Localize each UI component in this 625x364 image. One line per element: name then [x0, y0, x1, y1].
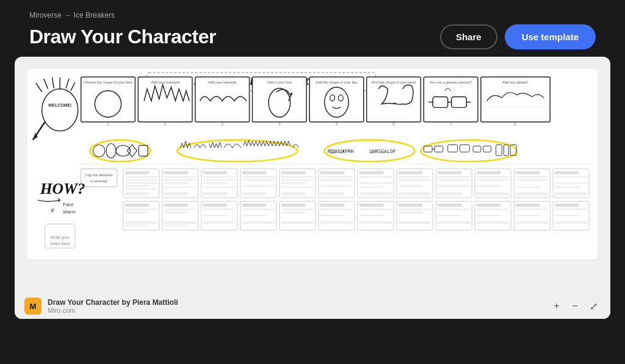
svg-text:Warm: Warm [63, 209, 76, 215]
svg-rect-204 [477, 209, 509, 210]
svg-rect-184 [320, 209, 353, 210]
svg-rect-181 [281, 221, 314, 224]
header-actions: Share Use template [440, 24, 596, 49]
svg-rect-118 [320, 192, 344, 195]
svg-rect-165 [164, 221, 197, 224]
svg-rect-196 [399, 221, 431, 224]
svg-rect-206 [477, 221, 509, 224]
zoom-controls: + − ⤢ [549, 299, 601, 313]
svg-rect-107 [281, 171, 305, 174]
svg-rect-90 [164, 182, 188, 184]
svg-rect-171 [203, 221, 236, 224]
svg-rect-136 [438, 192, 461, 195]
svg-text:Add any details!: Add any details! [502, 80, 528, 84]
svg-rect-208 [516, 204, 540, 207]
svg-rect-152 [555, 182, 587, 184]
svg-rect-150 [555, 171, 579, 174]
svg-text:Copy this afterwards: Copy this afterwards [85, 174, 113, 177]
svg-text:ЦWRSGALOP: ЦWRSGALOP [370, 149, 396, 154]
svg-rect-94 [203, 171, 227, 174]
svg-rect-214 [555, 209, 587, 210]
svg-text:WELCOME!: WELCOME! [48, 103, 71, 107]
breadcrumb-separator: → [64, 11, 71, 20]
zoom-plus-button[interactable]: + [549, 299, 564, 313]
fullscreen-button[interactable]: ⤢ [586, 299, 601, 313]
svg-rect-160 [125, 225, 149, 227]
svg-rect-173 [242, 204, 266, 207]
use-template-button[interactable]: Use template [505, 24, 596, 49]
svg-rect-127 [399, 176, 431, 178]
svg-rect-120 [359, 171, 383, 174]
svg-rect-174 [242, 209, 275, 210]
svg-rect-111 [281, 186, 314, 188]
svg-rect-213 [555, 204, 579, 207]
svg-rect-122 [359, 182, 392, 184]
svg-text:6: 6 [392, 122, 395, 126]
svg-rect-205 [477, 215, 500, 216]
svg-rect-126 [399, 171, 422, 174]
svg-text:Write your: Write your [51, 235, 70, 240]
svg-text:Find the shape of your nose: Find the shape of your nose [371, 80, 416, 84]
svg-rect-215 [555, 215, 579, 216]
breadcrumb-parent[interactable]: Miroverse [29, 11, 62, 20]
svg-text:Are you a glasses person?: Are you a glasses person? [429, 80, 473, 84]
svg-text:Add the shape of your lips: Add the shape of your lips [315, 80, 357, 84]
canvas-footer: M Draw Your Character by Piera Mattioli … [15, 293, 610, 319]
svg-rect-180 [281, 212, 305, 213]
svg-rect-124 [359, 192, 392, 195]
svg-rect-85 [125, 192, 149, 195]
svg-rect-189 [359, 209, 392, 210]
svg-text:8: 8 [514, 122, 516, 126]
breadcrumb-current[interactable]: Ice Breakers [74, 11, 115, 20]
svg-rect-193 [399, 204, 422, 207]
svg-rect-79 [125, 171, 149, 174]
svg-rect-183 [320, 204, 344, 207]
svg-rect-114 [320, 171, 344, 174]
svg-rect-82 [125, 182, 157, 184]
svg-rect-198 [438, 204, 461, 207]
svg-rect-96 [203, 179, 236, 181]
svg-text:7: 7 [450, 122, 452, 126]
svg-text:5: 5 [335, 122, 338, 126]
svg-rect-185 [320, 215, 344, 216]
zoom-minus-button[interactable]: − [568, 299, 582, 313]
footer-text: Draw Your Character by Piera Mattioli Mi… [48, 298, 178, 314]
svg-rect-87 [164, 171, 188, 174]
svg-rect-169 [203, 209, 236, 210]
svg-rect-91 [164, 186, 197, 188]
svg-rect-112 [281, 192, 305, 195]
svg-rect-133 [438, 176, 470, 178]
svg-rect-81 [125, 179, 157, 181]
svg-rect-108 [281, 176, 314, 178]
svg-rect-159 [125, 221, 157, 224]
svg-rect-97 [203, 182, 227, 184]
svg-rect-132 [438, 171, 461, 174]
page-title: Draw Your Character [29, 26, 216, 48]
svg-rect-178 [281, 204, 305, 207]
svg-rect-170 [203, 215, 227, 216]
svg-rect-195 [399, 212, 422, 213]
svg-text:МДШОЦЖРМН: МДШОЦЖРМН [328, 149, 354, 154]
svg-rect-190 [359, 215, 383, 216]
svg-rect-175 [242, 215, 266, 216]
svg-rect-201 [438, 221, 470, 224]
svg-rect-188 [359, 204, 383, 207]
svg-rect-121 [359, 176, 392, 178]
svg-rect-88 [164, 176, 197, 178]
share-button[interactable]: Share [440, 24, 497, 49]
svg-rect-199 [438, 209, 470, 210]
svg-rect-103 [242, 179, 275, 181]
svg-rect-109 [281, 179, 314, 181]
svg-rect-210 [516, 215, 540, 216]
svg-rect-156 [125, 204, 149, 207]
svg-rect-123 [359, 186, 383, 188]
svg-text:3: 3 [221, 122, 223, 126]
svg-rect-200 [438, 215, 461, 216]
svg-rect-194 [399, 209, 431, 210]
svg-rect-92 [164, 192, 188, 195]
svg-rect-145 [516, 176, 548, 178]
svg-rect-164 [164, 212, 188, 213]
svg-text:2: 2 [164, 122, 167, 126]
svg-rect-179 [281, 209, 314, 210]
svg-rect-146 [516, 179, 548, 181]
